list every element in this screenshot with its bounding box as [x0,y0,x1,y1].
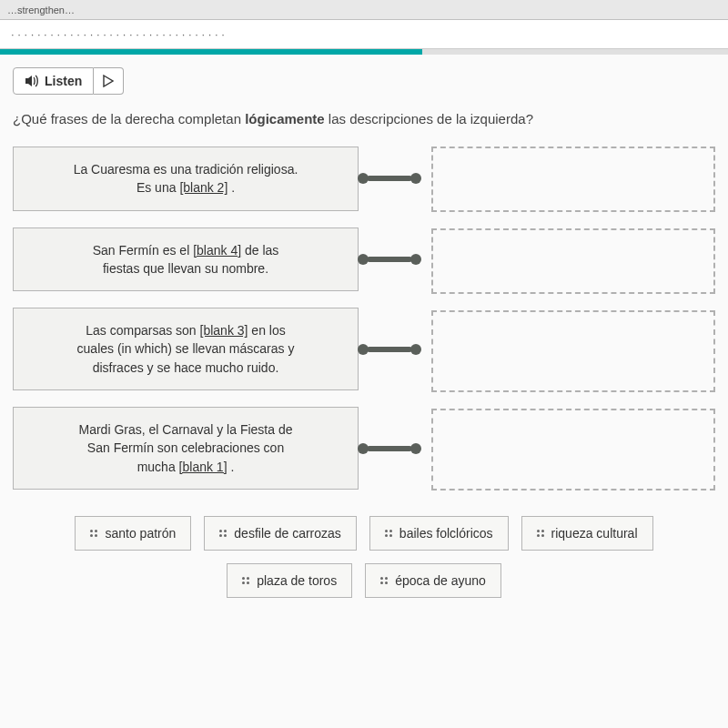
listen-label: Listen [45,74,82,88]
answer-chip-bailes-folcloricos[interactable]: bailes folclóricos [369,516,509,551]
grip-icon [242,577,249,584]
drop-zone-2[interactable] [431,228,715,294]
grip-icon [219,530,227,537]
chip-label: riqueza cultural [551,526,638,541]
listen-controls: Listen [13,67,715,95]
description-card-4[interactable]: Mardi Gras, el Carnaval y la Fiesta de S… [13,407,359,490]
drop-zone-4[interactable] [431,409,715,490]
description-card-1[interactable]: La Cuaresma es una tradición religiosa. … [13,147,359,211]
connector-4[interactable] [358,443,421,454]
listen-button[interactable]: Listen [13,67,94,95]
answer-chip-desfile-de-carrozas[interactable]: desfile de carrozas [204,516,357,551]
chip-label: desfile de carrozas [234,526,341,541]
description-card-3[interactable]: Las comparsas son [blank 3] en los cuale… [13,308,359,390]
answer-chip-santo-patron[interactable]: santo patrón [75,516,191,551]
url-fragment: …strengthen… [7,5,75,15]
connector-3[interactable] [358,344,421,355]
chip-label: época de ayuno [395,573,486,588]
connector-1[interactable] [358,173,421,184]
answer-chip-epoca-de-ayuno[interactable]: época de ayuno [365,563,501,598]
blank-2: [blank 2] [179,180,228,195]
answer-chip-plaza-de-toros[interactable]: plaza de toros [227,563,352,598]
drop-zones-column [431,147,715,490]
exercise-area: Listen ¿Qué frases de la derecha complet… [0,55,728,611]
progress-bar [0,49,728,55]
grip-icon [90,530,97,537]
blank-4: [blank 4] [193,243,241,258]
question-prompt: ¿Qué frases de la derecha completan lógi… [13,111,715,126]
blank-3: [blank 3] [200,323,248,338]
chip-label: plaza de toros [257,573,337,588]
content-frame: · · · · · · · · · · · · · · · · · · · · … [0,20,728,728]
speaker-icon [25,75,39,87]
blank-1: [blank 1] [179,460,228,474]
lesson-title-truncated: · · · · · · · · · · · · · · · · · · · · … [0,20,728,49]
play-button[interactable] [94,67,124,95]
matching-area: La Cuaresma es una tradición religiosa. … [13,147,715,490]
chip-label: santo patrón [105,526,176,541]
grip-icon [537,530,544,537]
descriptions-column: La Cuaresma es una tradición religiosa. … [13,147,359,490]
answer-bank: santo patrón desfile de carrozas bailes … [13,516,715,598]
connector-2[interactable] [358,254,421,265]
drop-zone-1[interactable] [431,147,715,212]
answer-chip-riqueza-cultural[interactable]: riqueza cultural [521,516,653,551]
progress-fill [0,49,422,55]
chip-label: bailes folclóricos [399,526,493,541]
grip-icon [385,530,392,537]
drop-zone-3[interactable] [431,310,715,392]
grip-icon [380,577,388,584]
play-icon [103,75,114,87]
browser-url-bar: …strengthen… [0,0,728,20]
description-card-2[interactable]: San Fermín es el [blank 4] de las fiesta… [13,228,359,292]
